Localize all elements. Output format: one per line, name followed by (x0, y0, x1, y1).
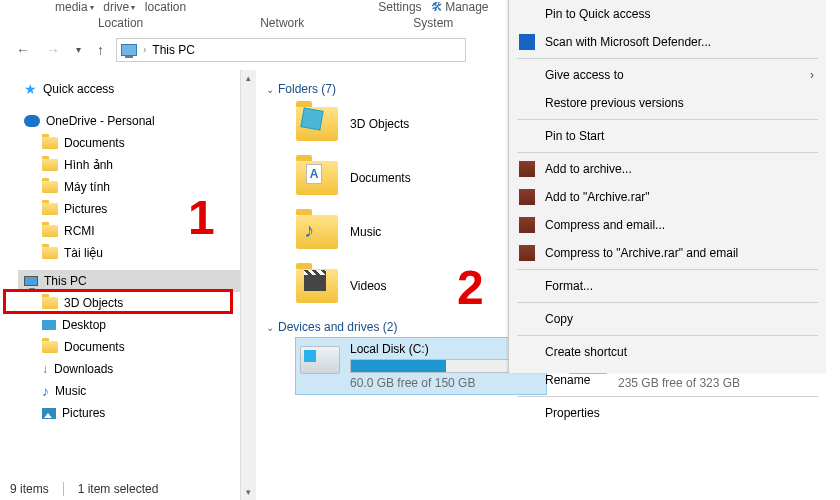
sidebar-item[interactable]: Tài liệu (18, 242, 240, 264)
ctx-pin-quick[interactable]: Pin to Quick access (509, 0, 826, 28)
divider (517, 269, 818, 270)
ctx-restore[interactable]: Restore previous versions (509, 89, 826, 117)
manage-icon: 🛠 (431, 0, 443, 14)
folder-icon: A (296, 161, 338, 195)
ribbon-group-network: Network (260, 1, 304, 30)
ctx-add-rar[interactable]: Add to "Archive.rar" (509, 183, 826, 211)
fwd-button[interactable]: → (42, 40, 64, 60)
sidebar-item-label: Máy tính (64, 180, 110, 194)
ctx-give-access[interactable]: Give access to› (509, 61, 826, 89)
quick-label: Quick access (43, 82, 114, 96)
sidebar-item[interactable]: Documents (18, 132, 240, 154)
sidebar-item[interactable]: Hình ảnh (18, 154, 240, 176)
ctx-label: Properties (545, 406, 600, 420)
folder-icon (42, 203, 58, 215)
ctx-label: Add to "Archive.rar" (545, 190, 650, 204)
back-button[interactable]: ← (12, 40, 34, 60)
music-icon: ♪ (42, 383, 49, 399)
ribbon-manage[interactable]: Manage (445, 0, 488, 14)
sidebar-item-label: Documents (64, 340, 125, 354)
drive-c-bar (350, 359, 510, 373)
scroll-down-icon[interactable]: ▾ (241, 484, 256, 500)
folder-icon (42, 247, 58, 259)
sidebar-scrollbar[interactable]: ▴ ▾ (240, 70, 256, 500)
status-bar: 9 items 1 item selected (10, 478, 158, 500)
divider (517, 302, 818, 303)
sidebar-item[interactable]: Desktop (18, 314, 240, 336)
winrar-icon (519, 217, 535, 233)
chevron-right-icon: › (143, 44, 146, 55)
winrar-icon (519, 161, 535, 177)
this-pc-icon (121, 44, 137, 56)
ctx-label: Pin to Start (545, 129, 604, 143)
ctx-label: Copy (545, 312, 573, 326)
sidebar-item-label: Tài liệu (64, 246, 103, 260)
sidebar-item-label: Pictures (64, 202, 107, 216)
divider (517, 119, 818, 120)
annotation-1: 1 (188, 190, 215, 245)
folder-icon (42, 341, 58, 353)
history-drop[interactable]: ▾ (72, 42, 85, 57)
highlight-1 (3, 289, 233, 314)
sidebar: ★Quick access OneDrive - Personal Docume… (0, 70, 240, 500)
up-button[interactable]: ↑ (93, 40, 108, 60)
ctx-label: Rename (545, 373, 590, 387)
tile-label: 3D Objects (350, 117, 409, 131)
drive-icon (300, 346, 340, 374)
sidebar-item-label: Desktop (62, 318, 106, 332)
ctx-label: Restore previous versions (545, 96, 684, 110)
ctx-compress-rar-email[interactable]: Compress to "Archive.rar" and email (509, 239, 826, 267)
sidebar-item-label: RCMI (64, 224, 95, 238)
divider (517, 58, 818, 59)
chevron-down-icon: ⌄ (266, 84, 274, 95)
ribbon-location[interactable]: location (145, 0, 186, 14)
ctx-copy[interactable]: Copy (509, 305, 826, 333)
status-selected: 1 item selected (78, 482, 159, 496)
divider (517, 396, 818, 397)
ctx-label: Compress and email... (545, 218, 665, 232)
ctx-label: Add to archive... (545, 162, 632, 176)
divider (517, 335, 818, 336)
star-icon: ★ (24, 81, 37, 97)
tile-label: Videos (350, 279, 386, 293)
sidebar-item-label: Music (55, 384, 86, 398)
shield-icon (519, 34, 535, 50)
winrar-icon (519, 189, 535, 205)
sidebar-quick-access[interactable]: ★Quick access (18, 78, 240, 100)
ctx-pin-start[interactable]: Pin to Start (509, 122, 826, 150)
folder-icon: ♪ (296, 215, 338, 249)
cloud-icon (24, 115, 40, 127)
ctx-defender[interactable]: Scan with Microsoft Defender... (509, 28, 826, 56)
ribbon-group-system: Settings 🛠Manage System (378, 0, 488, 30)
ctx-add-archive[interactable]: Add to archive... (509, 155, 826, 183)
sidebar-item-label: Pictures (62, 406, 105, 420)
sidebar-item[interactable]: ↓Downloads (18, 358, 240, 380)
ctx-properties[interactable]: Properties (509, 399, 826, 427)
ctx-format[interactable]: Format... (509, 272, 826, 300)
ctx-label: Scan with Microsoft Defender... (545, 35, 711, 49)
download-icon: ↓ (42, 362, 48, 376)
sidebar-onedrive[interactable]: OneDrive - Personal (18, 110, 240, 132)
ribbon-drive[interactable]: drive (103, 0, 129, 14)
sidebar-item-label: Documents (64, 136, 125, 150)
annotation-2: 2 (457, 260, 484, 315)
chevron-right-icon: › (810, 68, 814, 82)
sidebar-item[interactable]: ♪Music (18, 380, 240, 402)
context-menu: Pin to Quick access Scan with Microsoft … (508, 0, 826, 373)
ctx-label: Create shortcut (545, 345, 627, 359)
sidebar-item[interactable]: Pictures (18, 402, 240, 424)
folder-icon (42, 181, 58, 193)
sidebar-item-label: Hình ảnh (64, 158, 113, 172)
address-bar[interactable]: › This PC (116, 38, 466, 62)
ribbon-settings[interactable]: Settings (378, 0, 421, 14)
ribbon-media[interactable]: media (55, 0, 88, 14)
divider (63, 482, 64, 496)
sidebar-item[interactable]: Documents (18, 336, 240, 358)
ctx-label: Format... (545, 279, 593, 293)
address-text: This PC (152, 43, 195, 57)
onedrive-label: OneDrive - Personal (46, 114, 155, 128)
ctx-rename[interactable]: Rename (509, 366, 826, 394)
ctx-create-shortcut[interactable]: Create shortcut (509, 338, 826, 366)
ctx-compress-email[interactable]: Compress and email... (509, 211, 826, 239)
scroll-up-icon[interactable]: ▴ (241, 70, 256, 86)
